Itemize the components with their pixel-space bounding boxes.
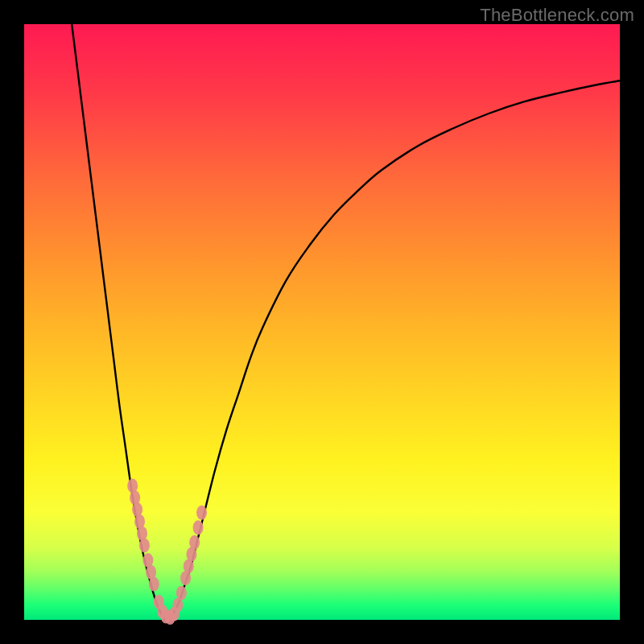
chart-curves	[72, 24, 620, 620]
data-marker	[193, 520, 204, 535]
series-right-branch	[173, 80, 620, 613]
series-left-branch	[72, 24, 161, 614]
data-marker	[139, 539, 150, 553]
watermark-text: TheBottleneck.com	[480, 5, 634, 26]
chart-svg	[24, 24, 620, 620]
data-marker	[189, 535, 200, 550]
data-marker	[149, 577, 159, 592]
data-marker	[176, 586, 187, 601]
chart-plot-area	[24, 24, 620, 620]
chart-markers	[127, 479, 207, 625]
chart-frame: TheBottleneck.com	[0, 0, 644, 644]
data-marker	[196, 506, 207, 520]
